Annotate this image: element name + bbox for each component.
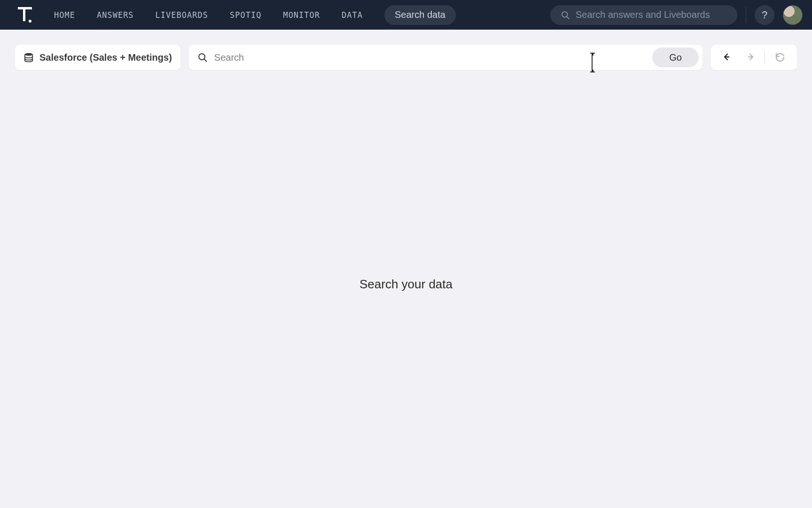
svg-point-5	[25, 53, 33, 56]
divider	[746, 7, 746, 23]
top-nav: HOME ANSWERS LIVEBOARDS SPOTIQ MONITOR D…	[0, 0, 812, 30]
svg-rect-1	[23, 7, 25, 21]
redo-icon	[744, 52, 755, 63]
global-search[interactable]: Search answers and Liveboards	[550, 5, 737, 25]
go-button[interactable]: Go	[652, 48, 699, 67]
nav-links: HOME ANSWERS LIVEBOARDS SPOTIQ MONITOR D…	[54, 10, 363, 20]
thoughtspot-logo-icon[interactable]	[14, 4, 35, 25]
svg-point-3	[562, 11, 568, 17]
database-icon	[23, 52, 34, 63]
reset-icon	[774, 52, 786, 63]
search-input[interactable]	[214, 52, 646, 63]
undo-button[interactable]	[718, 47, 738, 68]
nav-answers[interactable]: ANSWERS	[97, 10, 134, 20]
empty-state-headline: Search your data	[0, 277, 812, 292]
svg-line-7	[204, 59, 207, 62]
nav-data[interactable]: DATA	[342, 10, 363, 20]
divider	[765, 51, 765, 64]
help-button[interactable]: ?	[755, 5, 774, 25]
search-bar: Go	[189, 45, 703, 70]
nav-monitor[interactable]: MONITOR	[283, 10, 320, 20]
undo-icon	[722, 52, 734, 63]
search-data-button[interactable]: Search data	[384, 5, 456, 25]
svg-point-6	[199, 54, 205, 60]
svg-point-2	[29, 20, 31, 23]
svg-line-4	[567, 16, 569, 19]
search-data-label: Search data	[395, 9, 445, 20]
help-icon: ?	[762, 9, 767, 21]
search-icon	[561, 10, 570, 20]
nav-home[interactable]: HOME	[54, 10, 75, 20]
nav-spotiq[interactable]: SPOTIQ	[230, 10, 261, 20]
reset-button[interactable]	[770, 47, 790, 68]
history-controls	[711, 45, 797, 70]
search-icon	[197, 52, 208, 63]
global-search-placeholder: Search answers and Liveboards	[576, 9, 710, 20]
data-source-label: Salesforce (Sales + Meetings)	[39, 52, 172, 63]
redo-button[interactable]	[739, 47, 760, 68]
nav-liveboards[interactable]: LIVEBOARDS	[156, 10, 208, 20]
user-avatar[interactable]	[783, 5, 803, 25]
data-source-selector[interactable]: Salesforce (Sales + Meetings)	[15, 45, 180, 70]
search-row: Salesforce (Sales + Meetings) Go	[0, 30, 812, 70]
